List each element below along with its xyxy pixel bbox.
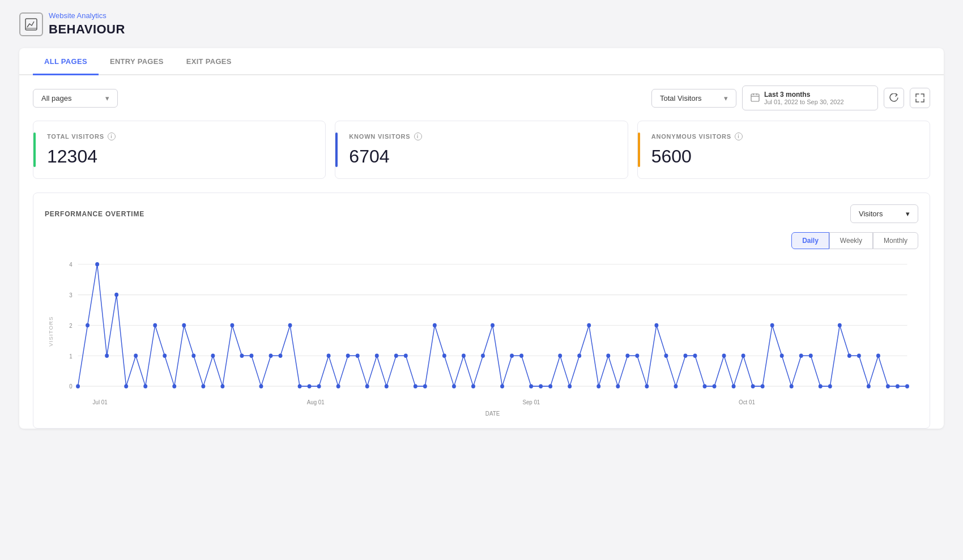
- svg-text:1: 1: [69, 353, 73, 360]
- chart-dot: [722, 354, 726, 358]
- page-icon: [19, 12, 43, 36]
- chart-dot: [742, 354, 745, 358]
- chart-dot: [761, 384, 765, 388]
- chart-dot: [375, 354, 379, 358]
- chart-dot: [76, 384, 80, 388]
- date-range-picker[interactable]: Last 3 months Jul 01, 2022 to Sep 30, 20…: [742, 86, 878, 110]
- chart-dot: [606, 354, 610, 358]
- metric-label: ANONYMOUS VISITORS i: [651, 132, 916, 140]
- date-separator: to: [800, 99, 805, 105]
- tab-all-pages[interactable]: ALL PAGES: [33, 48, 99, 75]
- chart-dot: [596, 384, 600, 388]
- expand-button[interactable]: [910, 88, 930, 108]
- chart-dot: [876, 354, 880, 358]
- chart-dot: [819, 384, 823, 388]
- pages-filter-dropdown[interactable]: All pages ▾: [33, 89, 118, 108]
- chart-dot: [298, 384, 302, 388]
- metric-value-known: 6704: [349, 146, 613, 167]
- chart-dot: [442, 354, 446, 358]
- chart-dot: [114, 293, 118, 297]
- metric-accent: [638, 132, 640, 167]
- chart-metric-dropdown[interactable]: Visitors ▾: [850, 204, 918, 223]
- date-range-label: Last 3 months: [764, 91, 844, 99]
- chart-metric-label: Visitors: [859, 210, 883, 218]
- chart-dot: [201, 384, 205, 388]
- chart-dot: [230, 323, 234, 328]
- chart-dot: [95, 262, 99, 267]
- chart-dot: [751, 384, 755, 388]
- chart-dot: [269, 354, 273, 358]
- chart-dot: [886, 384, 890, 388]
- header: Website Analytics BEHAVIOUR: [0, 0, 963, 42]
- chart-dot: [510, 354, 514, 358]
- svg-text:4: 4: [69, 262, 73, 268]
- chart-dot: [211, 354, 215, 358]
- info-icon[interactable]: i: [108, 132, 116, 140]
- svg-text:2: 2: [69, 322, 73, 329]
- period-btn-weekly[interactable]: Weekly: [829, 232, 873, 249]
- chart-dot: [616, 384, 620, 388]
- chart-dot: [587, 323, 591, 328]
- chart-dot: [491, 323, 495, 328]
- period-btn-monthly[interactable]: Monthly: [873, 232, 918, 249]
- chart-dot: [529, 384, 533, 388]
- chart-dot: [539, 384, 543, 388]
- chart-dot: [867, 384, 871, 388]
- info-icon[interactable]: i: [735, 132, 743, 140]
- chart-dot: [317, 384, 321, 388]
- chart-dot: [703, 384, 707, 388]
- chart-dot: [153, 323, 157, 328]
- chevron-down-icon: ▾: [105, 94, 109, 102]
- chart-dot: [124, 384, 128, 388]
- chart-dot: [654, 323, 658, 328]
- pages-filter-label: All pages: [41, 94, 71, 102]
- chart-dot: [356, 354, 360, 358]
- tab-exit-pages[interactable]: EXIT PAGES: [175, 48, 243, 75]
- chevron-down-icon: ▾: [724, 94, 728, 102]
- chart-dot: [105, 354, 109, 358]
- breadcrumb[interactable]: Website Analytics: [49, 11, 125, 20]
- metric-filter-dropdown[interactable]: Total Visitors ▾: [651, 89, 736, 108]
- chart-dot: [423, 384, 427, 388]
- chart-dot: [365, 384, 369, 388]
- svg-rect-2: [751, 94, 759, 101]
- period-buttons: Daily Weekly Monthly: [45, 232, 918, 249]
- chart-dot: [259, 384, 263, 388]
- chart-section: PERFORMANCE OVERTIME Visitors ▾ Daily We…: [33, 193, 930, 429]
- main-content: ALL PAGES ENTRY PAGES EXIT PAGES All pag…: [19, 48, 944, 429]
- date-range-dates: Jul 01, 2022 to Sep 30, 2022: [764, 99, 844, 105]
- chart-dot: [674, 384, 678, 388]
- svg-text:VISITORS: VISITORS: [48, 316, 53, 347]
- chart-dot: [625, 354, 629, 358]
- svg-text:Oct 01: Oct 01: [739, 399, 755, 406]
- chart-dot: [780, 354, 784, 358]
- info-icon[interactable]: i: [414, 132, 422, 140]
- chart-dot: [500, 384, 504, 388]
- date-to: Sep 30, 2022: [807, 99, 843, 105]
- chart-dot: [308, 384, 312, 388]
- chart-container: 4 3 2 1 0 VISITORS Jul 01 Aug 01 Sep 01 …: [45, 258, 918, 417]
- metric-filter-label: Total Visitors: [660, 94, 701, 102]
- chart-dot: [134, 354, 138, 358]
- chart-dot: [471, 384, 475, 388]
- tab-entry-pages[interactable]: ENTRY PAGES: [99, 48, 175, 75]
- svg-text:Jul 01: Jul 01: [93, 399, 108, 406]
- metric-card-total-visitors: TOTAL VISITORS i 12304: [33, 121, 326, 179]
- chart-dot: [86, 323, 90, 328]
- chart-dot: [548, 384, 552, 388]
- chart-dot: [279, 354, 283, 358]
- chart-dot: [191, 354, 195, 358]
- chart-title: PERFORMANCE OVERTIME: [45, 210, 144, 218]
- chart-dot: [799, 354, 803, 358]
- date-from: Jul 01, 2022: [764, 99, 798, 105]
- svg-text:0: 0: [69, 383, 73, 390]
- chart-dot: [336, 384, 340, 388]
- chart-dot: [163, 354, 167, 358]
- metrics-row: TOTAL VISITORS i 12304 KNOWN VISITORS i …: [19, 121, 944, 193]
- metric-label: TOTAL VISITORS i: [47, 132, 312, 140]
- period-btn-daily[interactable]: Daily: [791, 232, 829, 249]
- refresh-button[interactable]: [884, 88, 904, 108]
- metric-value-total: 12304: [47, 146, 312, 167]
- chart-dot: [857, 354, 861, 358]
- chart-dot: [838, 323, 842, 328]
